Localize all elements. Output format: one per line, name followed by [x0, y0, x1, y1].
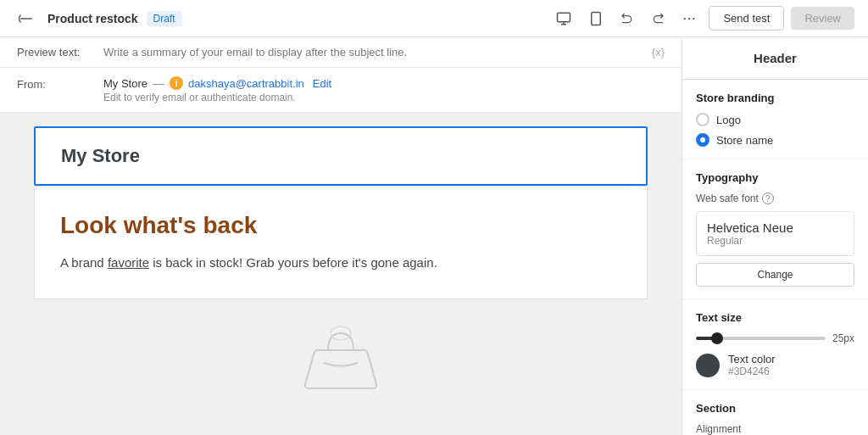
- color-info: Text color #3D4246: [728, 353, 776, 377]
- from-info-icon: i: [170, 76, 183, 90]
- email-headline: Look what's back: [60, 212, 621, 239]
- back-button[interactable]: [14, 6, 39, 31]
- main-layout: Preview text: {x} From: My Store — i dak…: [0, 37, 868, 435]
- from-hint: Edit to verify email or authenticate dom…: [103, 92, 331, 103]
- preview-bar: Preview text: {x}: [0, 37, 682, 68]
- page-title: Product restock: [47, 12, 138, 25]
- change-font-button[interactable]: Change: [696, 263, 854, 287]
- web-safe-info-icon[interactable]: ?: [762, 192, 774, 204]
- store-name-radio-circle: [696, 133, 709, 147]
- bag-illustration: [34, 299, 648, 410]
- text-color-row: Text color #3D4246: [696, 353, 854, 377]
- typography-section: Typography Web safe font ? Helvetica Neu…: [682, 159, 868, 299]
- alignment-title: Alignment: [696, 423, 854, 435]
- topbar-right: Send test Review: [551, 6, 854, 31]
- store-name-radio[interactable]: Store name: [696, 133, 854, 147]
- from-label: From:: [17, 76, 93, 91]
- section-panel: Section Alignment Hi: [682, 390, 868, 435]
- logo-radio-circle: [696, 113, 709, 126]
- topbar: Product restock Draft Send test Review: [0, 0, 868, 37]
- text-size-title: Text size: [696, 311, 854, 324]
- color-hex: #3D4246: [728, 365, 776, 377]
- email-editor: Preview text: {x} From: My Store — i dak…: [0, 37, 682, 435]
- font-box: Helvetica Neue Regular: [696, 211, 854, 256]
- size-row: 25px: [696, 332, 854, 344]
- from-content: My Store — i dakshaya@cartrabbit.in Edit…: [103, 76, 331, 103]
- email-store-name: My Store: [61, 145, 140, 166]
- branding-title: Store branding: [696, 92, 854, 104]
- svg-point-3: [684, 17, 686, 19]
- right-panel: Header Store branding Logo Store name Ty…: [682, 37, 868, 435]
- email-header-block[interactable]: My Store: [34, 126, 648, 186]
- text-color-swatch[interactable]: [696, 354, 720, 377]
- panel-header: Header: [682, 37, 868, 80]
- svg-rect-0: [558, 13, 570, 22]
- from-email: dakshaya@cartrabbit.in: [188, 77, 304, 90]
- from-store-name: My Store: [103, 77, 147, 90]
- add-section-area: + + Add section: [0, 423, 682, 435]
- font-style: Regular: [707, 235, 843, 247]
- from-separator: —: [153, 76, 164, 90]
- send-test-button[interactable]: Send test: [709, 6, 784, 31]
- canvas-area: My Store Look what's back A brand favori…: [0, 113, 682, 423]
- review-button: Review: [791, 7, 854, 30]
- text-size-section: Text size 25px Text color #3D4246: [682, 299, 868, 390]
- logo-radio[interactable]: Logo: [696, 113, 854, 126]
- svg-point-4: [688, 17, 690, 19]
- text-size-slider[interactable]: [696, 337, 826, 340]
- font-name: Helvetica Neue: [707, 220, 843, 235]
- store-name-radio-label: Store name: [716, 134, 773, 147]
- from-row: My Store — i dakshaya@cartrabbit.in Edit: [103, 76, 331, 90]
- undo-button[interactable]: [615, 7, 639, 31]
- size-thumb: [711, 332, 723, 344]
- text-color-label: Text color: [728, 353, 776, 365]
- web-safe-font-row: Web safe font ?: [696, 192, 854, 204]
- redo-button[interactable]: [646, 7, 670, 31]
- email-body-underline: favorite: [108, 255, 149, 270]
- section-title: Section: [696, 402, 854, 415]
- typography-title: Typography: [696, 171, 854, 184]
- email-body: A brand favorite is back in stock! Grab …: [60, 253, 621, 273]
- more-options-button[interactable]: [676, 6, 702, 31]
- mobile-icon[interactable]: [583, 6, 609, 31]
- branding-radio-group: Logo Store name: [696, 113, 854, 147]
- text-size-value: 25px: [832, 332, 854, 344]
- email-body-part1: A brand: [60, 255, 108, 270]
- from-edit-link[interactable]: Edit: [313, 77, 331, 90]
- from-bar: From: My Store — i dakshaya@cartrabbit.i…: [0, 68, 682, 113]
- preview-label: Preview text:: [17, 46, 93, 59]
- draft-badge: Draft: [147, 11, 182, 26]
- email-body-part2: is back in stock! Grab yours before it's…: [149, 255, 437, 270]
- web-safe-font-label: Web safe font: [696, 192, 759, 204]
- logo-label: Logo: [716, 114, 741, 126]
- store-branding-section: Store branding Logo Store name: [682, 80, 868, 159]
- svg-point-5: [693, 17, 695, 19]
- desktop-icon[interactable]: [551, 6, 576, 31]
- topbar-left: Product restock Draft: [14, 6, 182, 31]
- preview-tag: {x}: [652, 46, 665, 59]
- svg-rect-1: [592, 12, 601, 25]
- email-content-block[interactable]: Look what's back A brand favorite is bac…: [34, 186, 648, 299]
- preview-text-input[interactable]: [103, 46, 642, 59]
